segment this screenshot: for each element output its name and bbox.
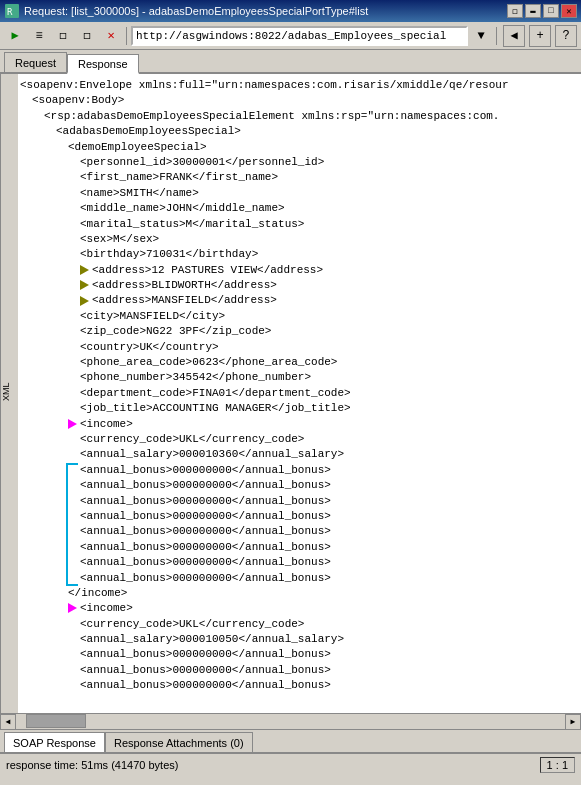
h-scroll-thumb[interactable]	[26, 714, 86, 728]
xml-line: <first_name>FRANK</first_name>	[20, 170, 579, 185]
h-scroll-inner	[16, 714, 565, 729]
xml-line: <zip_code>NG22 3PF</zip_code>	[20, 324, 579, 339]
close-btn[interactable]: ✕	[561, 4, 577, 18]
cyan-brace	[66, 509, 78, 524]
cyan-brace	[66, 540, 78, 555]
cyan-brace	[66, 524, 78, 539]
url-input[interactable]	[131, 26, 468, 46]
green-arrow-icon	[80, 296, 89, 306]
xml-line: <rsp:adabasDemoEmployeesSpecialElement x…	[20, 109, 579, 124]
title-bar: R Request: [list_300000s] - adabasDemoEm…	[0, 0, 581, 22]
svg-text:R: R	[7, 7, 13, 17]
tab-soap-response[interactable]: SOAP Response	[4, 732, 105, 752]
play-button[interactable]: ▶	[4, 25, 26, 47]
tab-request[interactable]: Request	[4, 52, 67, 72]
title-bar-buttons: ◻ ▬ □ ✕	[507, 4, 577, 18]
pink-arrow-icon	[68, 603, 77, 613]
xml-line: <annual_bonus>000000000</annual_bonus>	[20, 647, 579, 662]
cyan-brace	[66, 494, 78, 509]
h-scroll-left[interactable]: ◀	[0, 714, 16, 730]
xml-line: <income>	[20, 417, 579, 432]
status-text: response time: 51ms (41470 bytes)	[6, 759, 178, 771]
xml-line: <country>UK</country>	[20, 340, 579, 355]
content-area: XML <soapenv:Envelope xmlns:full="urn:na…	[0, 74, 581, 713]
xml-line: <phone_area_code>0623</phone_area_code>	[20, 355, 579, 370]
minimize-btn[interactable]: ▬	[525, 4, 541, 18]
cyan-brace	[66, 571, 78, 586]
cyan-brace	[66, 478, 78, 493]
xml-line: <department_code>FINA01</department_code…	[20, 386, 579, 401]
pink-arrow-icon	[68, 419, 77, 429]
url-dropdown[interactable]: ▼	[470, 25, 492, 47]
bottom-tab-bar: SOAP Response Response Attachments (0)	[0, 729, 581, 753]
tab-bar: Request Response	[0, 50, 581, 74]
xml-line: <annual_bonus>000000000</annual_bonus>	[20, 540, 579, 555]
xml-line: <city>MANSFIELD</city>	[20, 309, 579, 324]
maximize-btn[interactable]: □	[543, 4, 559, 18]
xml-line: <currency_code>UKL</currency_code>	[20, 617, 579, 632]
toolbar-separator	[126, 27, 127, 45]
xml-line: <demoEmployeeSpecial>	[20, 140, 579, 155]
xml-line: <marital_status>M</marital_status>	[20, 217, 579, 232]
green-arrow-icon	[80, 280, 89, 290]
xml-line: <income>	[20, 601, 579, 616]
close-request-button[interactable]: ✕	[100, 25, 122, 47]
green-arrow-icon	[80, 265, 89, 275]
xml-line: <annual_bonus>000000000</annual_bonus>	[20, 663, 579, 678]
xml-line: <annual_bonus>000000000</annual_bonus>	[20, 678, 579, 693]
list-button[interactable]: ≡	[28, 25, 50, 47]
xml-line: <currency_code>UKL</currency_code>	[20, 432, 579, 447]
xml-line: <name>SMITH</name>	[20, 186, 579, 201]
xml-line: <annual_bonus>000000000</annual_bonus>	[20, 494, 579, 509]
xml-line: <job_title>ACCOUNTING MANAGER</job_title…	[20, 401, 579, 416]
toolbar-separator2	[496, 27, 497, 45]
xml-content[interactable]: <soapenv:Envelope xmlns:full="urn:namesp…	[18, 74, 581, 713]
h-scroll[interactable]: ◀ ▶	[0, 713, 581, 729]
xml-line: <sex>M</sex>	[20, 232, 579, 247]
restore-btn[interactable]: ◻	[507, 4, 523, 18]
xml-line: <annual_bonus>000000000</annual_bonus>	[20, 478, 579, 493]
xml-line: <annual_salary>000010050</annual_salary>	[20, 632, 579, 647]
xml-line: <middle_name>JOHN</middle_name>	[20, 201, 579, 216]
xml-line: </income>	[20, 586, 579, 601]
xml-line: <address>12 PASTURES VIEW</address>	[20, 263, 579, 278]
nav-back-button[interactable]: ◀	[503, 25, 525, 47]
status-bar: response time: 51ms (41470 bytes) 1 : 1	[0, 753, 581, 775]
tab-response-attachments[interactable]: Response Attachments (0)	[105, 732, 253, 752]
xml-line: <address>BLIDWORTH</address>	[20, 278, 579, 293]
xml-line: <soapenv:Envelope xmlns:full="urn:namesp…	[20, 78, 579, 93]
xml-line: <annual_bonus>000000000</annual_bonus>	[20, 571, 579, 586]
xml-line: <phone_number>345542</phone_number>	[20, 370, 579, 385]
xml-line: <annual_bonus>000000000</annual_bonus>	[20, 555, 579, 570]
nav-fwd-button[interactable]: ?	[555, 25, 577, 47]
xml-line: <annual_salary>000010360</annual_salary>	[20, 447, 579, 462]
stop-button2[interactable]: ◻	[76, 25, 98, 47]
stop-button1[interactable]: ◻	[52, 25, 74, 47]
xml-line: <annual_bonus>000000000</annual_bonus>	[20, 509, 579, 524]
status-position: 1 : 1	[540, 757, 575, 773]
xml-line: <soapenv:Body>	[20, 93, 579, 108]
xml-line: <adabasDemoEmployeesSpecial>	[20, 124, 579, 139]
xml-line: <address>MANSFIELD</address>	[20, 293, 579, 308]
title-bar-icon: R	[4, 3, 20, 19]
xml-line: <birthday>710031</birthday>	[20, 247, 579, 262]
title-bar-text: Request: [list_300000s] - adabasDemoEmpl…	[24, 5, 507, 17]
nav-add-button[interactable]: +	[529, 25, 551, 47]
cyan-brace	[66, 555, 78, 570]
h-scroll-right[interactable]: ▶	[565, 714, 581, 730]
xml-line: <personnel_id>30000001</personnel_id>	[20, 155, 579, 170]
xml-label[interactable]: XML	[0, 74, 18, 713]
tab-response[interactable]: Response	[67, 54, 139, 74]
toolbar: ▶ ≡ ◻ ◻ ✕ ▼ ◀ + ?	[0, 22, 581, 50]
xml-line: <annual_bonus>000000000</annual_bonus>	[20, 463, 579, 478]
cyan-brace	[66, 463, 78, 478]
xml-line: <annual_bonus>000000000</annual_bonus>	[20, 524, 579, 539]
